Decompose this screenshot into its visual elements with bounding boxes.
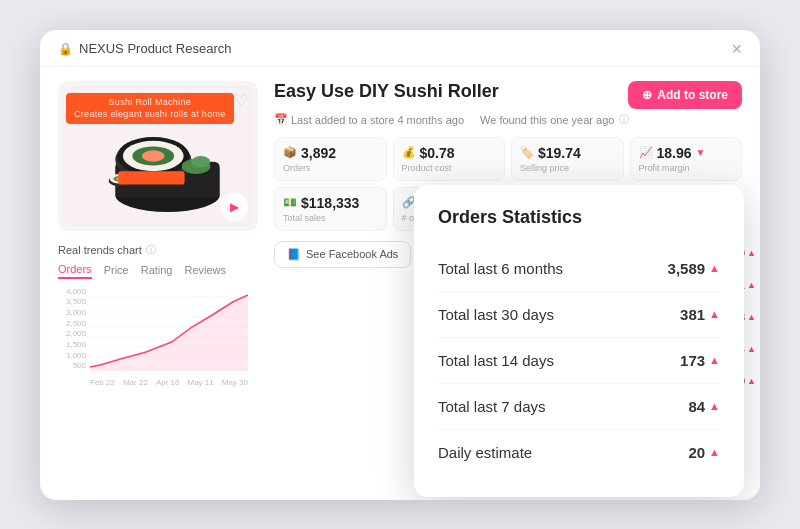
orders-label: Orders (283, 163, 378, 173)
right-stat-14d-arrow: ▲ (747, 312, 756, 322)
stat-profit-margin: 📈 18.96 ▼ Profit margin (630, 137, 743, 181)
svg-rect-14 (118, 171, 185, 184)
margin-label: Profit margin (639, 163, 734, 173)
stat-row-7d: Total last 7 days 84 ▲ (438, 384, 720, 430)
trend-up-30d: ▲ (709, 308, 720, 320)
margin-icon: 📈 (639, 146, 653, 159)
stats-grid-1: 📦 3,892 Orders 💰 $0.78 Product cost 🏷️ (274, 137, 742, 181)
stat-row-daily-value: 20 ▲ (688, 444, 720, 461)
info-icon: ⓘ (619, 113, 629, 127)
chart-y-labels: 4,000 3,500 3,000 2,500 2,000 1,500 1,00… (58, 287, 88, 371)
orders-value: 3,892 (301, 145, 336, 161)
meta-added: 📅 Last added to a store 4 months ago (274, 113, 464, 126)
price-label: Selling price (520, 163, 615, 173)
chart-title: Real trends chart (58, 244, 142, 256)
stat-row-daily: Daily estimate 20 ▲ (438, 430, 720, 475)
header-left: 🔒 NEXUS Product Research (58, 41, 231, 56)
stat-product-cost: 💰 $0.78 Product cost (393, 137, 506, 181)
card-header: 🔒 NEXUS Product Research × (40, 30, 760, 67)
meta-found: We found this one year ago ⓘ (480, 113, 629, 127)
product-image-container: Sushi Roll Machine Creates elegant sushi… (58, 81, 258, 231)
calendar-icon: 📅 (274, 113, 288, 126)
sales-icon: 💵 (283, 196, 297, 209)
trend-up-14d: ▲ (709, 354, 720, 366)
right-stat-7d-arrow: ▲ (747, 344, 756, 354)
stat-row-6mo-value: 3,589 ▲ (668, 260, 720, 277)
stat-row-14d: Total last 14 days 173 ▲ (438, 338, 720, 384)
app-name: NEXUS Product Research (79, 41, 231, 56)
stat-selling-price: 🏷️ $19.74 Selling price (511, 137, 624, 181)
trend-up-7d: ▲ (709, 400, 720, 412)
heart-button[interactable]: ♡ (234, 91, 248, 110)
tab-reviews[interactable]: Reviews (184, 263, 226, 279)
chart-title-row: Real trends chart ⓘ (58, 243, 258, 257)
stat-total-sales: 💵 $118,333 Total sales (274, 187, 387, 231)
product-title-row: Easy Use DIY Sushi Roller ⊕ Add to store (274, 81, 742, 109)
right-stat-6mo-arrow: ▲ (747, 248, 756, 258)
cost-icon: 💰 (402, 146, 416, 159)
stat-row-30d-label: Total last 30 days (438, 306, 554, 323)
stat-row-6mo-label: Total last 6 months (438, 260, 563, 277)
facebook-icon: 📘 (287, 248, 301, 261)
add-to-store-label: Add to store (657, 88, 728, 102)
lock-icon: 🔒 (58, 42, 73, 56)
chart-section: Real trends chart ⓘ Orders Price Rating … (58, 243, 258, 387)
add-to-store-button[interactable]: ⊕ Add to store (628, 81, 742, 109)
stat-row-7d-label: Total last 7 days (438, 398, 546, 415)
stat-row-14d-label: Total last 14 days (438, 352, 554, 369)
chart-area: 4,000 3,500 3,000 2,500 2,000 1,500 1,00… (58, 287, 248, 387)
product-label-title: Sushi Roll Machine (74, 96, 226, 109)
sales-label: Total sales (283, 213, 378, 223)
chart-tabs: Orders Price Rating Reviews (58, 263, 258, 279)
meta-row: 📅 Last added to a store 4 months ago We … (274, 113, 742, 127)
stat-row-14d-value: 173 ▲ (680, 352, 720, 369)
tab-price[interactable]: Price (104, 263, 129, 279)
price-icon: 🏷️ (520, 146, 534, 159)
main-card: 🔒 NEXUS Product Research × (40, 30, 760, 500)
chart-svg-wrap (90, 287, 248, 371)
product-label: Sushi Roll Machine Creates elegant sushi… (66, 93, 234, 124)
orders-icon: 📦 (283, 146, 297, 159)
stat-row-daily-label: Daily estimate (438, 444, 532, 461)
svg-point-9 (191, 156, 210, 167)
tab-rating[interactable]: Rating (141, 263, 173, 279)
close-button[interactable]: × (731, 40, 742, 58)
svg-point-7 (142, 150, 165, 161)
chart-info-icon: ⓘ (146, 243, 156, 257)
left-column: Sushi Roll Machine Creates elegant sushi… (58, 81, 258, 387)
margin-arrow: ▼ (696, 147, 706, 158)
product-label-subtitle: Creates elegant sushi rolls at home (74, 108, 226, 121)
cost-label: Product cost (402, 163, 497, 173)
cost-value: $0.78 (420, 145, 455, 161)
play-button[interactable]: ▶ (220, 193, 248, 221)
popup-title: Orders Statistics (438, 207, 720, 228)
tab-orders[interactable]: Orders (58, 263, 92, 279)
right-stat-30d-arrow: ▲ (747, 280, 756, 290)
stat-row-30d: Total last 30 days 381 ▲ (438, 292, 720, 338)
product-title: Easy Use DIY Sushi Roller (274, 81, 628, 102)
sales-value: $118,333 (301, 195, 359, 211)
trend-up-daily: ▲ (709, 446, 720, 458)
add-to-store-icon: ⊕ (642, 88, 652, 102)
stat-row-6mo: Total last 6 months 3,589 ▲ (438, 246, 720, 292)
chart-x-labels: Feb 22 Mar 22 Apr 16 May 11 May 30 (90, 378, 248, 387)
trend-up-6mo: ▲ (709, 262, 720, 274)
facebook-ads-button[interactable]: 📘 See Facebook Ads (274, 241, 411, 268)
price-value: $19.74 (538, 145, 581, 161)
right-stat-daily-arrow: ▲ (747, 376, 756, 386)
margin-value: 18.96 (657, 145, 692, 161)
facebook-label: See Facebook Ads (306, 248, 398, 260)
stat-row-7d-value: 84 ▲ (688, 398, 720, 415)
stat-orders: 📦 3,892 Orders (274, 137, 387, 181)
stat-row-30d-value: 381 ▲ (680, 306, 720, 323)
orders-popup: Orders Statistics Total last 6 months 3,… (414, 185, 744, 497)
